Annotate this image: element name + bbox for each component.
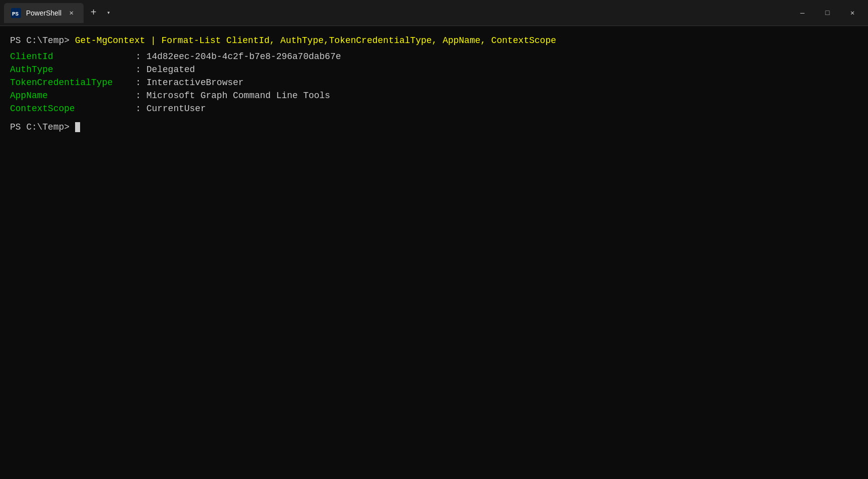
clientid-key: ClientId — [10, 50, 130, 63]
maximize-button[interactable]: □ — [816, 5, 839, 21]
output-row-contextscope: ContextScope : CurrentUser — [10, 102, 858, 115]
title-bar: PS PowerShell ✕ + ▾ — □ ✕ — [0, 0, 868, 26]
contextscope-sep: : — [130, 102, 146, 115]
output-row-tokencred: TokenCredentialType : InteractiveBrowser — [10, 76, 858, 89]
authtype-sep: : — [130, 63, 146, 76]
prompt2: PS C:\Temp> — [10, 121, 75, 134]
clientid-value: 14d82eec-204b-4c2f-b7e8-296a70dab67e — [146, 50, 341, 63]
powershell-window: PS PowerShell ✕ + ▾ — □ ✕ PS C:\Temp> Ge… — [0, 0, 868, 479]
current-prompt-line: PS C:\Temp> — [10, 121, 858, 134]
contextscope-value: CurrentUser — [146, 102, 206, 115]
authtype-value: Delegated — [146, 63, 195, 76]
minimize-button[interactable]: — — [791, 5, 814, 21]
command-line: PS C:\Temp> Get-MgContext | Format-List … — [10, 34, 858, 47]
prompt-prefix: PS C:\Temp> — [10, 34, 75, 47]
appname-key: AppName — [10, 89, 130, 102]
appname-value: Microsoft Graph Command Line Tools — [146, 89, 330, 102]
tokencred-sep: : — [130, 76, 146, 89]
powershell-icon: PS — [11, 8, 21, 18]
contextscope-key: ContextScope — [10, 102, 130, 115]
authtype-key: AuthType — [10, 63, 130, 76]
output-row-appname: AppName : Microsoft Graph Command Line T… — [10, 89, 858, 102]
appname-sep: : — [130, 89, 146, 102]
window-controls: — □ ✕ — [791, 5, 864, 21]
output-row-clientid: ClientId : 14d82eec-204b-4c2f-b7e8-296a7… — [10, 50, 858, 63]
tab-close-button[interactable]: ✕ — [67, 8, 77, 18]
new-tab-button[interactable]: + — [86, 5, 102, 21]
terminal-body[interactable]: PS C:\Temp> Get-MgContext | Format-List … — [0, 26, 868, 479]
cursor — [75, 122, 80, 132]
output-row-authtype: AuthType : Delegated — [10, 63, 858, 76]
svg-text:PS: PS — [12, 11, 19, 17]
tab-dropdown-button[interactable]: ▾ — [102, 6, 116, 20]
clientid-sep: : — [130, 50, 146, 63]
tokencred-value: InteractiveBrowser — [146, 76, 243, 89]
tokencred-key: TokenCredentialType — [10, 76, 130, 89]
close-button[interactable]: ✕ — [841, 5, 864, 21]
command-text: Get-MgContext | Format-List ClientId, Au… — [75, 34, 556, 47]
active-tab[interactable]: PS PowerShell ✕ — [4, 3, 84, 23]
output-block: ClientId : 14d82eec-204b-4c2f-b7e8-296a7… — [10, 50, 858, 115]
tab-title: PowerShell — [26, 9, 62, 17]
